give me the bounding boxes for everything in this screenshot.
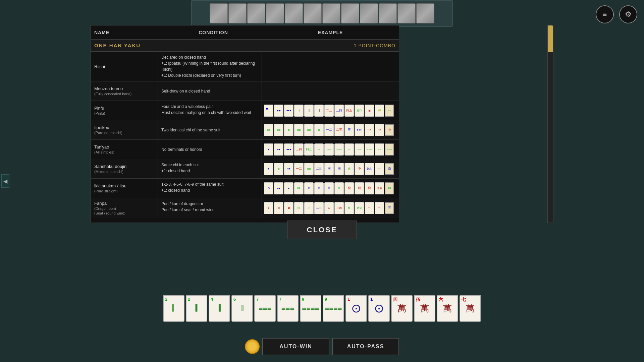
auto-win-button[interactable]: AUTO-WIN [262,338,329,355]
tile-back-6 [304,3,322,23]
tile: ≡≡ [304,163,314,175]
fanpai-cond-text2: Pon / kan of seat / round wind [161,207,215,213]
header-name: NAME [94,30,161,35]
hand-tile-5[interactable]: 7 ≡≡≡ [254,295,276,322]
hand-tile-14[interactable]: 七 萬 [460,295,481,322]
sanshoku-name-cell: Sanshoku doujin (Mixed tripple chi) [91,159,158,178]
hand-tile-4[interactable]: 6 𝄁𝄁𝄁 [231,295,253,322]
ikkitsuukan-name: ikkitsuukan / Itsu [94,183,154,188]
header-example: EXAMPLE [265,30,395,35]
tile-back-5 [285,3,303,23]
tile-num: 六 [439,297,443,303]
riichi-cond-text2: +1: Ippatsu (Winning in the first round … [161,60,258,72]
tile: ● [264,105,273,117]
tile: 東 [304,182,314,194]
hand-tile-6[interactable]: 7 ≡≡≡ [277,295,299,322]
scrollbar-thumb[interactable] [548,25,553,52]
scrollbar[interactable] [547,25,553,223]
tile: ≡ [274,163,283,175]
hand-tile-3[interactable]: 4 𝄁𝄁𝄁𝄁 [209,295,230,322]
sanshoku-name: Sanshoku doujin [94,164,154,169]
hand-tile-2[interactable]: 2 𝄁𝄁 [186,295,207,322]
sanshoku-condition: Same chi in each suit +1: closed hand [158,159,262,178]
hand-tile-12[interactable]: 伍 萬 [414,295,435,322]
tanyao-name-cell: Tan'yao (All simples) [91,140,158,159]
tile: ≡≡≡ [365,143,374,156]
yaku-row-iipeikou: Iipeikou (Pure double chi) Two identical… [91,120,399,140]
tile: 龍 [344,182,354,194]
tile: ✿ [284,202,293,214]
sanshoku-subname: (Mixed tripple chi) [94,170,154,174]
tile-num: 1 [370,297,373,302]
tile: ≡≡ [324,143,334,156]
hand-tile-8[interactable]: 9 ≡≡≡≡ [323,295,344,322]
tile: 🀄 [365,105,374,117]
iipeikou-subname: (Pure double chi) [94,131,154,135]
left-arrow-button[interactable]: ◀ [1,174,9,188]
tile: 二三 [314,202,324,214]
tile: 竹竹 [355,105,364,117]
tile: ●● [274,105,283,117]
tile-back-11 [397,3,416,23]
riichi-example [262,52,399,81]
ikkitsuukan-example: ⊙ ●● ● ≡≡ 東 東 東 東 龍 龍 龍 道道 ≡≡ [262,179,399,198]
menu-button[interactable]: ≡ [596,5,614,23]
sanshoku-example: ● ≡ ●● 一二 ≡≡ 二三 南 南 発 中 北北 中 南 [262,159,399,178]
fanpai-condition: Pon / kan of dragons or Pon / kan of sea… [158,198,262,218]
close-button[interactable]: CLOSE [287,221,357,239]
coin-indicator [245,339,260,354]
tile: ●●● [355,124,364,136]
pinfu-name-cell: Pinfu (Pinfu) [91,101,158,120]
tile-back-1 [210,3,228,23]
tile: ● [284,182,293,194]
hand-tile-11[interactable]: 四 萬 [391,295,413,322]
tile: 発 [344,163,354,175]
tile: 中 [365,124,374,136]
header-condition: CONDITION [161,30,265,35]
tile: 南 [385,163,394,175]
hand-tile-7[interactable]: 9 ≡≡≡≡ [300,295,321,322]
tile: ≡ [314,124,324,136]
tile: ≡ [284,124,293,136]
tile: 東 [314,182,324,194]
tile: ≡≡≡ [334,143,344,156]
settings-button[interactable]: ⚙ [619,5,637,23]
tile: ≡ [344,143,354,156]
tile: 三 [304,202,314,214]
tile: 発発 [355,202,364,214]
hand-tile-9[interactable]: 1 ⊙ [345,295,367,322]
yaku-row-pinfu: Pinfu (Pinfu) Four chi and a valueless p… [91,101,399,120]
player-hand: 2 𝄁𝄁 2 𝄁𝄁 4 𝄁𝄁𝄁𝄁 6 𝄁𝄁𝄁 7 ≡≡≡ 7 ≡≡≡ 9 ≡≡≡… [163,295,481,322]
tile: 四五 [304,143,314,156]
tile: 中 [385,124,394,136]
tile: 東 [324,182,334,194]
riichi-condition: Declared on closed hand +1: Ippatsu (Win… [158,52,262,81]
sanshoku-cond-text2: +1: closed hand [161,168,190,174]
tile: ≡≡ [274,124,283,136]
auto-pass-button[interactable]: AUTO-PASS [332,338,399,355]
tile-back-9 [360,3,378,23]
fanpai-subname: (Dragon pon) [94,206,154,210]
tile: ≡≡ [375,143,384,156]
yaku-row-menzen: Menzen tsumo (Fully concealed hand) Self… [91,81,399,101]
tile-num: 4 [211,297,213,302]
tile: 𝄁𝄁 [304,105,314,117]
tile-num: 1 [347,297,350,302]
yaku-row-tanyao: Tan'yao (All simples) No terminals or ho… [91,140,399,159]
tanyao-subname: (All simples) [94,150,154,154]
iipeikou-condition: Two identical chi of the same suit [158,120,262,139]
ikkitsuukan-cond-text: 1-2-3, 4-5-6, 7-8-9 of the same suit [161,181,223,187]
pinfu-name: Pinfu [94,106,154,111]
menzen-cond-text: Self-draw on a closed hand [161,88,210,94]
tile: ≡≡ [264,124,273,136]
hand-tile-10[interactable]: 1 ⊙ [368,295,390,322]
tanyao-name: Tan'yao [94,144,154,149]
hand-tile-13[interactable]: 六 萬 [437,295,458,322]
hand-tile-1[interactable]: 2 𝄁𝄁 [163,295,184,322]
tile-num: 9 [302,297,304,302]
tile: 四五 [344,105,354,117]
iipeikou-cond-text: Two identical chi of the same suit [161,127,220,133]
section-title: ONE HAN YAKU [94,43,141,48]
tile: 中 [375,202,384,214]
tile-back-3 [247,3,265,23]
